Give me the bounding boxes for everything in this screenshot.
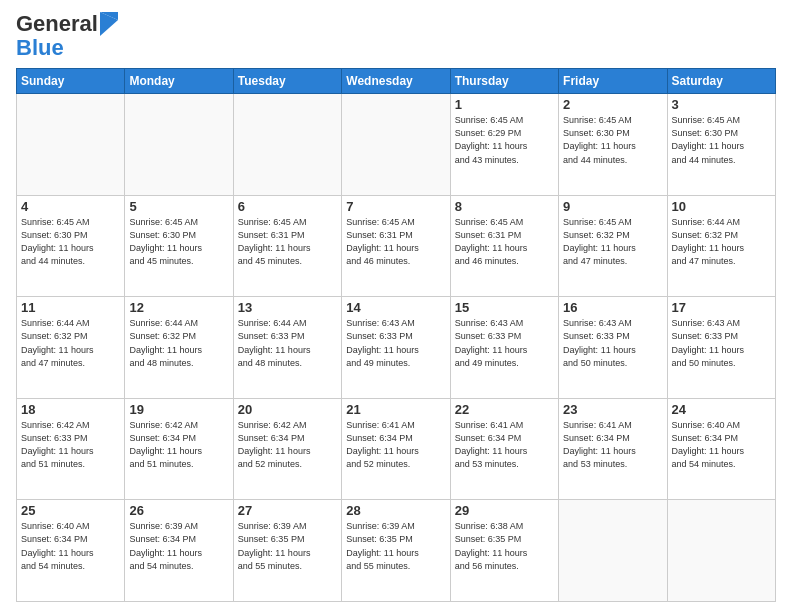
day-number: 26 [129,503,228,518]
day-number: 2 [563,97,662,112]
calendar-cell [17,94,125,196]
day-number: 9 [563,199,662,214]
calendar-cell: 19Sunrise: 6:42 AM Sunset: 6:34 PM Dayli… [125,398,233,500]
calendar-week-2: 11Sunrise: 6:44 AM Sunset: 6:32 PM Dayli… [17,297,776,399]
day-info: Sunrise: 6:41 AM Sunset: 6:34 PM Dayligh… [346,419,445,471]
calendar-cell: 5Sunrise: 6:45 AM Sunset: 6:30 PM Daylig… [125,195,233,297]
calendar-cell: 13Sunrise: 6:44 AM Sunset: 6:33 PM Dayli… [233,297,341,399]
calendar-cell [233,94,341,196]
logo-text-general: General [16,12,98,36]
day-header-monday: Monday [125,69,233,94]
day-info: Sunrise: 6:44 AM Sunset: 6:32 PM Dayligh… [129,317,228,369]
calendar-cell: 6Sunrise: 6:45 AM Sunset: 6:31 PM Daylig… [233,195,341,297]
calendar-cell: 17Sunrise: 6:43 AM Sunset: 6:33 PM Dayli… [667,297,775,399]
calendar-cell: 7Sunrise: 6:45 AM Sunset: 6:31 PM Daylig… [342,195,450,297]
day-info: Sunrise: 6:39 AM Sunset: 6:35 PM Dayligh… [238,520,337,572]
day-info: Sunrise: 6:43 AM Sunset: 6:33 PM Dayligh… [455,317,554,369]
calendar-cell [667,500,775,602]
day-header-sunday: Sunday [17,69,125,94]
day-info: Sunrise: 6:42 AM Sunset: 6:34 PM Dayligh… [238,419,337,471]
page: General Blue SundayMondayTuesdayWednesda… [0,0,792,612]
day-number: 22 [455,402,554,417]
day-number: 13 [238,300,337,315]
day-info: Sunrise: 6:43 AM Sunset: 6:33 PM Dayligh… [563,317,662,369]
day-number: 7 [346,199,445,214]
calendar-cell: 22Sunrise: 6:41 AM Sunset: 6:34 PM Dayli… [450,398,558,500]
day-info: Sunrise: 6:42 AM Sunset: 6:33 PM Dayligh… [21,419,120,471]
day-info: Sunrise: 6:40 AM Sunset: 6:34 PM Dayligh… [21,520,120,572]
day-info: Sunrise: 6:45 AM Sunset: 6:32 PM Dayligh… [563,216,662,268]
calendar-cell: 15Sunrise: 6:43 AM Sunset: 6:33 PM Dayli… [450,297,558,399]
day-number: 4 [21,199,120,214]
day-info: Sunrise: 6:44 AM Sunset: 6:32 PM Dayligh… [21,317,120,369]
calendar-cell: 14Sunrise: 6:43 AM Sunset: 6:33 PM Dayli… [342,297,450,399]
day-info: Sunrise: 6:41 AM Sunset: 6:34 PM Dayligh… [563,419,662,471]
calendar-cell: 21Sunrise: 6:41 AM Sunset: 6:34 PM Dayli… [342,398,450,500]
calendar-cell: 2Sunrise: 6:45 AM Sunset: 6:30 PM Daylig… [559,94,667,196]
day-number: 24 [672,402,771,417]
day-info: Sunrise: 6:45 AM Sunset: 6:30 PM Dayligh… [672,114,771,166]
day-number: 16 [563,300,662,315]
calendar-cell [559,500,667,602]
day-number: 25 [21,503,120,518]
calendar-cell: 26Sunrise: 6:39 AM Sunset: 6:34 PM Dayli… [125,500,233,602]
calendar-cell: 12Sunrise: 6:44 AM Sunset: 6:32 PM Dayli… [125,297,233,399]
day-number: 19 [129,402,228,417]
calendar-week-1: 4Sunrise: 6:45 AM Sunset: 6:30 PM Daylig… [17,195,776,297]
day-number: 21 [346,402,445,417]
calendar-cell: 16Sunrise: 6:43 AM Sunset: 6:33 PM Dayli… [559,297,667,399]
calendar: SundayMondayTuesdayWednesdayThursdayFrid… [16,68,776,602]
calendar-cell: 25Sunrise: 6:40 AM Sunset: 6:34 PM Dayli… [17,500,125,602]
day-info: Sunrise: 6:45 AM Sunset: 6:31 PM Dayligh… [238,216,337,268]
day-header-thursday: Thursday [450,69,558,94]
day-number: 15 [455,300,554,315]
day-header-tuesday: Tuesday [233,69,341,94]
day-info: Sunrise: 6:45 AM Sunset: 6:31 PM Dayligh… [455,216,554,268]
calendar-cell [125,94,233,196]
calendar-cell: 18Sunrise: 6:42 AM Sunset: 6:33 PM Dayli… [17,398,125,500]
calendar-cell: 1Sunrise: 6:45 AM Sunset: 6:29 PM Daylig… [450,94,558,196]
day-info: Sunrise: 6:41 AM Sunset: 6:34 PM Dayligh… [455,419,554,471]
day-info: Sunrise: 6:38 AM Sunset: 6:35 PM Dayligh… [455,520,554,572]
calendar-cell: 4Sunrise: 6:45 AM Sunset: 6:30 PM Daylig… [17,195,125,297]
calendar-cell: 20Sunrise: 6:42 AM Sunset: 6:34 PM Dayli… [233,398,341,500]
day-info: Sunrise: 6:40 AM Sunset: 6:34 PM Dayligh… [672,419,771,471]
calendar-cell: 10Sunrise: 6:44 AM Sunset: 6:32 PM Dayli… [667,195,775,297]
logo: General Blue [16,12,118,60]
calendar-cell: 29Sunrise: 6:38 AM Sunset: 6:35 PM Dayli… [450,500,558,602]
day-info: Sunrise: 6:43 AM Sunset: 6:33 PM Dayligh… [672,317,771,369]
calendar-cell: 3Sunrise: 6:45 AM Sunset: 6:30 PM Daylig… [667,94,775,196]
logo-text-blue: Blue [16,35,64,60]
day-number: 14 [346,300,445,315]
day-info: Sunrise: 6:45 AM Sunset: 6:30 PM Dayligh… [563,114,662,166]
day-info: Sunrise: 6:45 AM Sunset: 6:30 PM Dayligh… [21,216,120,268]
day-number: 1 [455,97,554,112]
day-number: 8 [455,199,554,214]
header: General Blue [16,12,776,60]
day-number: 10 [672,199,771,214]
calendar-cell: 11Sunrise: 6:44 AM Sunset: 6:32 PM Dayli… [17,297,125,399]
day-info: Sunrise: 6:44 AM Sunset: 6:33 PM Dayligh… [238,317,337,369]
day-header-friday: Friday [559,69,667,94]
calendar-cell: 8Sunrise: 6:45 AM Sunset: 6:31 PM Daylig… [450,195,558,297]
calendar-cell: 9Sunrise: 6:45 AM Sunset: 6:32 PM Daylig… [559,195,667,297]
day-header-saturday: Saturday [667,69,775,94]
day-number: 20 [238,402,337,417]
day-info: Sunrise: 6:45 AM Sunset: 6:29 PM Dayligh… [455,114,554,166]
day-number: 23 [563,402,662,417]
day-info: Sunrise: 6:43 AM Sunset: 6:33 PM Dayligh… [346,317,445,369]
day-number: 6 [238,199,337,214]
day-header-wednesday: Wednesday [342,69,450,94]
day-number: 12 [129,300,228,315]
day-number: 17 [672,300,771,315]
calendar-cell: 27Sunrise: 6:39 AM Sunset: 6:35 PM Dayli… [233,500,341,602]
calendar-cell: 28Sunrise: 6:39 AM Sunset: 6:35 PM Dayli… [342,500,450,602]
day-info: Sunrise: 6:39 AM Sunset: 6:35 PM Dayligh… [346,520,445,572]
calendar-week-0: 1Sunrise: 6:45 AM Sunset: 6:29 PM Daylig… [17,94,776,196]
day-number: 11 [21,300,120,315]
day-info: Sunrise: 6:45 AM Sunset: 6:31 PM Dayligh… [346,216,445,268]
calendar-header-row: SundayMondayTuesdayWednesdayThursdayFrid… [17,69,776,94]
calendar-cell: 24Sunrise: 6:40 AM Sunset: 6:34 PM Dayli… [667,398,775,500]
day-info: Sunrise: 6:39 AM Sunset: 6:34 PM Dayligh… [129,520,228,572]
day-info: Sunrise: 6:45 AM Sunset: 6:30 PM Dayligh… [129,216,228,268]
